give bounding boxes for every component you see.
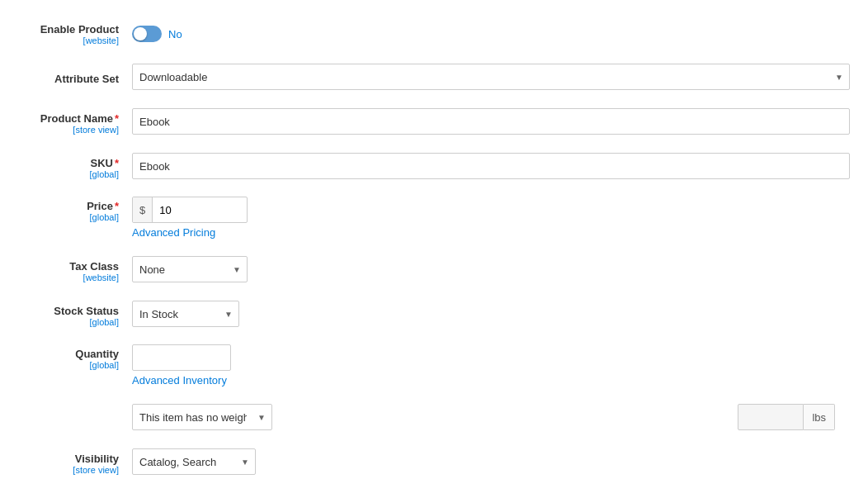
- quantity-label-col: Quantity [global]: [0, 343, 132, 370]
- attribute-set-label: Attribute Set: [0, 73, 119, 85]
- weight-label-col: [0, 414, 132, 419]
- enable-product-toggle-label: No: [168, 28, 182, 40]
- stock-status-row: Stock Status [global] In Stock Out of St…: [0, 298, 835, 328]
- attribute-set-field: Downloadable Default Simple Virtual ▼: [132, 62, 850, 90]
- tax-class-label-col: Tax Class [website]: [0, 255, 132, 282]
- tax-class-select-wrap: None Taxable Goods ▼: [132, 256, 248, 282]
- sku-input[interactable]: [132, 153, 850, 179]
- product-name-input[interactable]: [132, 108, 850, 135]
- weight-row: This item has no weight This item has we…: [0, 401, 835, 431]
- attribute-set-select-wrap: Downloadable Default Simple Virtual ▼: [132, 64, 850, 90]
- price-prefix: $: [133, 197, 153, 222]
- attribute-set-label-col: → Attribute Set: [0, 68, 132, 85]
- quantity-field: Advanced Inventory: [132, 343, 835, 387]
- enable-product-toggle[interactable]: [132, 26, 162, 42]
- tax-class-row: Tax Class [website] None Taxable Goods ▼: [0, 254, 835, 283]
- stock-status-label-col: Stock Status [global]: [0, 300, 132, 327]
- stock-status-select[interactable]: In Stock Out of Stock: [132, 301, 239, 327]
- visibility-select-wrap: Not Visible Individually Catalog Search …: [132, 448, 256, 475]
- tax-class-select[interactable]: None Taxable Goods: [132, 256, 248, 282]
- weight-unit-wrap: lbs: [738, 404, 835, 430]
- product-form: Enable Product [website] No → Attribute …: [0, 0, 868, 479]
- product-name-field: [132, 107, 850, 135]
- enable-product-field: No: [132, 21, 835, 42]
- tax-class-label: Tax Class: [0, 260, 119, 273]
- price-sub: [global]: [0, 212, 119, 222]
- price-label-col: Price* [global]: [0, 195, 132, 222]
- enable-product-row: Enable Product [website] No: [0, 17, 835, 46]
- product-name-row: Product Name* [store view]: [0, 106, 835, 135]
- product-name-label: Product Name*: [0, 112, 119, 125]
- weight-select-wrap: This item has no weight This item has we…: [132, 404, 272, 430]
- product-name-sub: [store view]: [0, 125, 119, 135]
- visibility-row: Visibility [store view] Not Visible Indi…: [0, 446, 835, 476]
- weight-unit-label: lbs: [804, 404, 835, 430]
- enable-product-label: Enable Product: [0, 23, 119, 36]
- sku-label: SKU*: [0, 157, 119, 169]
- weight-select[interactable]: This item has no weight This item has we…: [132, 404, 272, 430]
- enable-product-sub: [website]: [0, 36, 119, 45]
- attribute-set-row: → Attribute Set Downloadable Default Sim…: [0, 61, 835, 91]
- stock-status-label: Stock Status: [0, 305, 119, 317]
- toggle-knob: [134, 27, 147, 40]
- visibility-sub: [store view]: [0, 465, 119, 475]
- weight-value-input[interactable]: [738, 404, 804, 430]
- price-row: Price* [global] $ Advanced Pricing: [0, 195, 835, 239]
- price-field: $ Advanced Pricing: [132, 195, 835, 239]
- price-input[interactable]: [153, 197, 227, 222]
- quantity-row: Quantity [global] Advanced Inventory: [0, 343, 835, 387]
- quantity-input[interactable]: [132, 344, 231, 371]
- visibility-field: Not Visible Individually Catalog Search …: [132, 447, 835, 475]
- stock-status-sub: [global]: [0, 317, 119, 327]
- sku-field: [132, 151, 850, 179]
- stock-status-select-wrap: In Stock Out of Stock ▼: [132, 301, 239, 327]
- price-input-wrap: $: [132, 197, 248, 223]
- advanced-pricing-button[interactable]: Advanced Pricing: [132, 226, 215, 239]
- price-label: Price*: [0, 200, 119, 212]
- stock-status-field: In Stock Out of Stock ▼: [132, 299, 835, 327]
- tax-class-field: None Taxable Goods ▼: [132, 254, 835, 282]
- product-name-label-col: Product Name* [store view]: [0, 107, 132, 135]
- advanced-inventory-button[interactable]: Advanced Inventory: [132, 374, 227, 387]
- visibility-label-col: Visibility [store view]: [0, 448, 132, 475]
- weight-field: This item has no weight This item has we…: [132, 402, 835, 430]
- enable-product-toggle-wrap: No: [132, 22, 182, 42]
- sku-sub: [global]: [0, 169, 119, 179]
- quantity-sub: [global]: [0, 360, 119, 370]
- enable-product-label-col: Enable Product [website]: [0, 18, 132, 45]
- tax-class-sub: [website]: [0, 273, 119, 282]
- sku-row: SKU* [global]: [0, 150, 835, 180]
- attribute-set-select[interactable]: Downloadable Default Simple Virtual: [132, 64, 850, 90]
- quantity-label: Quantity: [0, 348, 119, 360]
- visibility-select[interactable]: Not Visible Individually Catalog Search …: [132, 448, 256, 475]
- visibility-label: Visibility: [0, 453, 119, 465]
- sku-label-col: SKU* [global]: [0, 152, 132, 179]
